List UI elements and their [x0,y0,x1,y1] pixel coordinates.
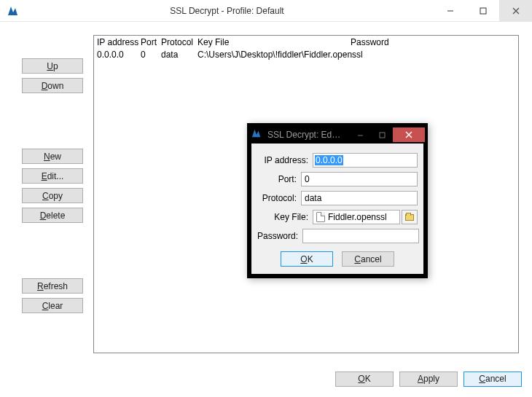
folder-icon [405,214,414,221]
up-button[interactable]: Up [22,58,83,74]
main-area: Up Down New Edit... Copy Delete Refresh … [0,22,532,361]
port-field[interactable] [301,172,418,186]
label-protocol: Protocol: [257,193,297,203]
browse-button[interactable] [402,210,418,224]
ip-value: 0.0.0.0 [315,155,343,165]
keyfile-field[interactable]: Fiddler.openssl [313,210,400,224]
cancel-button[interactable]: Cancel [463,372,522,387]
apply-button[interactable]: Apply [399,372,458,387]
window-title: SSL Decrypt - Profile: Default [20,6,434,16]
dialog-cancel-button[interactable]: Cancel [342,251,394,267]
window-titlebar: SSL Decrypt - Profile: Default [0,0,532,22]
ok-button[interactable]: OK [335,372,394,387]
dialog-title: SSL Decrypt: Ed… [267,130,349,140]
keyfile-value: Fiddler.openssl [328,212,387,222]
new-button[interactable]: New [22,149,83,164]
dialog-ok-rest: K [308,254,313,264]
cell-ip: 0.0.0.0 [97,50,141,60]
dialog-form: IP address: 0.0.0.0 Port: Protocol: Key … [251,146,423,274]
password-field[interactable] [302,229,419,243]
header-keyfile: Key File [197,37,351,47]
cancel-rest: ancel [485,374,506,384]
entries-table[interactable]: IP address Port Protocol Key File Passwo… [93,35,519,353]
cell-port: 0 [141,50,161,60]
dialog-ok-button[interactable]: OK [281,251,333,267]
minimize-button[interactable] [434,0,466,22]
refresh-button[interactable]: Refresh [22,278,83,294]
header-ip: IP address [97,37,141,47]
header-port: Port [141,37,161,47]
svg-rect-5 [380,133,385,138]
up-label-rest: p [53,61,58,71]
dialog-button-bar: OK Apply Cancel [0,361,532,397]
table-header: IP address Port Protocol Key File Passwo… [94,36,518,49]
new-label-rest: ew [50,152,61,162]
svg-rect-1 [480,8,486,14]
dialog-cancel-rest: ancel [361,254,382,264]
ok-rest: K [365,374,371,384]
edit-dialog: SSL Decrypt: Ed… IP address: 0.0.0.0 Por… [247,123,428,278]
header-password: Password [351,37,515,47]
delete-label-rest: elete [46,211,65,221]
down-label-rest: own [47,81,63,91]
clear-label-rest: lear [48,301,63,311]
copy-button[interactable]: Copy [22,188,83,203]
dialog-minimize-button[interactable] [349,127,371,142]
dialog-app-icon [251,128,265,141]
file-icon [316,212,325,222]
refresh-label-rest: efresh [44,281,68,291]
protocol-field[interactable] [301,191,418,205]
label-port: Port: [257,174,297,184]
maximize-button[interactable] [466,0,499,22]
cell-protocol: data [161,50,197,60]
sidebar: Up Down New Edit... Copy Delete Refresh … [0,22,93,361]
dialog-maximize-button[interactable] [371,127,393,142]
label-ip: IP address: [257,155,308,165]
window-controls [434,0,532,22]
cell-keyfile: C:\Users\J\Desktop\!fiddler\Fiddler.open… [197,50,351,60]
dialog-close-button[interactable] [393,127,425,142]
label-password: Password: [257,231,298,241]
app-icon [6,4,20,18]
ip-field[interactable]: 0.0.0.0 [313,153,418,168]
down-button[interactable]: Down [22,78,83,93]
clear-button[interactable]: Clear [22,298,83,313]
dialog-titlebar[interactable]: SSL Decrypt: Ed… [250,126,425,144]
copy-label-rest: opy [49,191,63,201]
close-button[interactable] [499,0,532,22]
table-row[interactable]: 0.0.0.0 0 data C:\Users\J\Desktop\!fiddl… [94,49,518,60]
label-keyfile: Key File: [257,212,308,222]
delete-button[interactable]: Delete [22,208,83,223]
apply-rest: pply [423,374,439,384]
header-protocol: Protocol [161,37,197,47]
edit-label-rest: dit... [47,171,64,181]
edit-button[interactable]: Edit... [22,168,83,184]
